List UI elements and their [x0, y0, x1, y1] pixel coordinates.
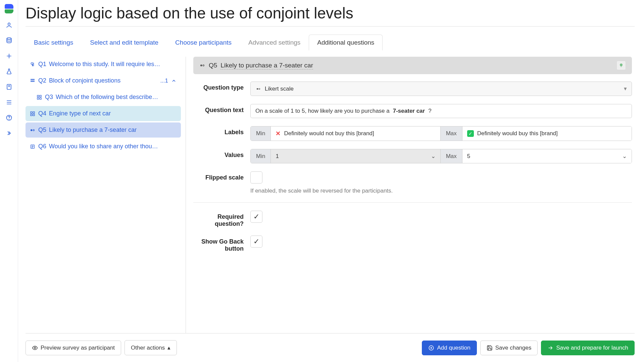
other-actions-button[interactable]: Other actions ▴ — [125, 340, 177, 355]
paragraph-icon — [30, 61, 36, 67]
values-max-value: 5 — [467, 153, 470, 160]
other-label: Other actions — [131, 345, 165, 351]
book-icon[interactable] — [5, 83, 13, 91]
footer-toolbar: Preview survey as participant Other acti… — [26, 333, 635, 362]
labels-min-tag: Min — [251, 126, 271, 141]
question-code: Q2 — [38, 77, 46, 84]
values-label: Values — [193, 149, 250, 159]
svg-rect-18 — [33, 114, 35, 116]
likert-icon — [30, 127, 36, 133]
question-q5[interactable]: Q5 Likely to purchase a 7-seater car — [26, 122, 181, 138]
question-type-label: Question type — [193, 82, 250, 91]
values-row: Min 1 ⌄ Max 5 ⌄ — [250, 149, 632, 163]
divider — [193, 202, 632, 203]
svg-rect-16 — [33, 112, 35, 113]
flask-icon[interactable] — [5, 68, 13, 75]
goback-checkbox[interactable]: ✓ — [250, 236, 262, 248]
tab-additional[interactable]: Additional questions — [309, 35, 383, 50]
plus-icon[interactable] — [5, 52, 13, 60]
likert-icon — [199, 62, 205, 68]
question-text-input[interactable]: On a scale of 1 to 5, how likely are you… — [250, 104, 632, 118]
question-q6[interactable]: Q6 Would you like to share any other tho… — [26, 139, 181, 154]
question-code: Q3 — [45, 94, 53, 101]
left-rail — [0, 0, 18, 362]
svg-point-4 — [9, 119, 9, 119]
labels-min-value: Definitely would not buy this [brand] — [284, 130, 374, 137]
flipped-checkbox[interactable] — [250, 171, 262, 184]
lightbulb-icon[interactable] — [616, 61, 626, 70]
add-label: Add question — [437, 345, 470, 351]
caret-down-icon: ⌄ — [622, 153, 627, 160]
question-text-label: Question text — [193, 104, 250, 114]
editor-header-code: Q5 — [209, 62, 217, 69]
check-icon: ✓ — [467, 130, 474, 137]
svg-point-26 — [34, 347, 36, 349]
question-label: Which of the following best describe… — [56, 94, 158, 101]
tab-advanced[interactable]: Advanced settings — [240, 35, 309, 50]
expand-icon[interactable] — [5, 130, 13, 137]
values-min-value: 1 — [276, 153, 279, 160]
labels-row: Min ✕ Definitely would not buy this [bra… — [250, 126, 632, 141]
help-icon[interactable] — [5, 114, 13, 121]
database-icon[interactable] — [5, 37, 13, 44]
tab-participants[interactable]: Choose participants — [167, 35, 240, 50]
caret-up-icon: ▴ — [167, 344, 170, 351]
svg-point-6 — [32, 79, 33, 80]
save-launch-button[interactable]: Save and prepare for launch — [541, 341, 635, 355]
svg-rect-14 — [40, 98, 41, 99]
add-question-button[interactable]: Add question — [422, 341, 477, 355]
tab-bar: Basic settings Select and edit template … — [26, 35, 635, 51]
question-type-select[interactable]: Likert scale ▾ — [250, 82, 632, 96]
tab-template[interactable]: Select and edit template — [82, 35, 167, 50]
question-code: Q1 — [38, 61, 46, 68]
question-q2[interactable]: Q2 Block of conjoint questions ...1 — [26, 73, 181, 88]
values-max-tag: Max — [440, 149, 462, 163]
editor-header-title[interactable]: Likely to purchase a 7-seater car — [220, 62, 313, 69]
question-list: Q1 Welcome to this study. It will requir… — [26, 57, 186, 333]
editor-header: Q5 Likely to purchase a 7-seater car — [193, 57, 632, 74]
caret-down-icon: ▾ — [624, 85, 627, 92]
svg-rect-17 — [31, 114, 32, 116]
required-checkbox[interactable]: ✓ — [250, 211, 262, 223]
values-min-select[interactable]: 1 ⌄ — [271, 149, 440, 163]
required-label: Required question? — [193, 211, 250, 227]
labels-label: Labels — [193, 126, 250, 136]
svg-point-23 — [203, 65, 204, 66]
preview-button[interactable]: Preview survey as participant — [26, 341, 121, 355]
svg-rect-13 — [37, 98, 39, 99]
grid-icon — [36, 94, 42, 100]
caret-down-icon: ⌄ — [431, 153, 436, 160]
person-icon[interactable] — [5, 21, 13, 29]
labels-min-input[interactable]: ✕ Definitely would not buy this [brand] — [271, 126, 440, 141]
eye-icon — [32, 345, 38, 351]
question-q3[interactable]: Q3 Which of the following best describe… — [26, 90, 181, 105]
chevron-up-icon[interactable] — [171, 78, 177, 84]
svg-point-20 — [33, 130, 34, 131]
svg-point-1 — [7, 38, 11, 40]
question-label: Welcome to this study. It will require l… — [49, 61, 160, 68]
question-label: Block of conjoint questions — [49, 77, 120, 84]
save-changes-button[interactable]: Save changes — [480, 341, 538, 355]
main-panel: Display logic based on the use of conjoi… — [18, 0, 644, 362]
flipped-label: Flipped scale — [193, 171, 250, 181]
app-logo — [4, 4, 14, 13]
question-text-suffix: ? — [428, 108, 431, 114]
question-editor: Q5 Likely to purchase a 7-seater car Que… — [193, 57, 635, 281]
question-q4[interactable]: Q4 Engine type of next car — [26, 106, 181, 121]
launch-label: Save and prepare for launch — [556, 345, 628, 351]
question-label: Likely to purchase a 7-seater car — [49, 126, 137, 134]
svg-point-22 — [201, 65, 202, 66]
save-label: Save changes — [495, 345, 532, 351]
plus-circle-icon — [428, 345, 434, 351]
question-text-bold: 7-seater car — [393, 108, 425, 114]
question-q1[interactable]: Q1 Welcome to this study. It will requir… — [26, 57, 181, 72]
flipped-help: If enabled, the scale will be reversed f… — [250, 188, 632, 194]
values-max-select[interactable]: 5 ⌄ — [462, 149, 632, 163]
svg-point-8 — [31, 81, 32, 82]
preview-label: Preview survey as participant — [41, 345, 115, 351]
tab-basic[interactable]: Basic settings — [26, 35, 82, 50]
labels-max-input[interactable]: ✓ Definitely would buy this [brand] — [462, 126, 632, 141]
question-label: Would you like to share any other thou… — [49, 143, 158, 150]
list-icon[interactable] — [5, 99, 13, 106]
svg-point-5 — [31, 79, 32, 80]
